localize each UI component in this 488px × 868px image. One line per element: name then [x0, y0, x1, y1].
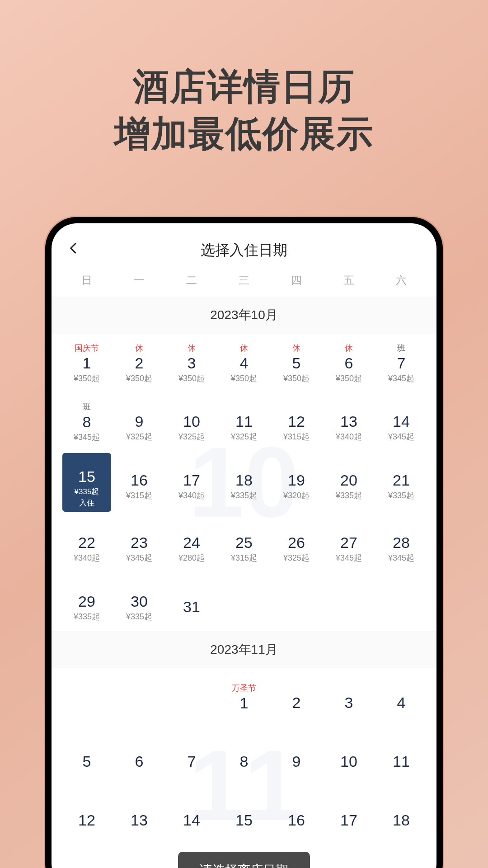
day-price: ¥335起 — [336, 490, 362, 501]
day-cell[interactable]: 31 — [165, 572, 218, 631]
day-cell[interactable]: 班7¥345起 — [375, 334, 427, 392]
day-price: ¥345起 — [126, 552, 152, 563]
day-tag: 班 — [83, 401, 91, 412]
back-button[interactable] — [67, 241, 80, 255]
weekday-row: 日一二三四五六 — [52, 269, 436, 297]
day-cell[interactable]: 17¥340起 — [165, 451, 218, 510]
day-number: 25 — [235, 534, 253, 552]
day-cell[interactable]: 12 — [61, 786, 113, 844]
day-number: 10 — [183, 413, 200, 430]
weekday-label: 五 — [323, 273, 375, 288]
day-number: 6 — [135, 753, 144, 770]
day-number: 11 — [393, 753, 410, 770]
day-cell[interactable]: 18¥335起 — [218, 451, 270, 510]
weekday-label: 三 — [218, 273, 270, 288]
day-cell[interactable]: 11¥325起 — [218, 392, 270, 451]
day-cell[interactable]: 25 — [375, 844, 427, 868]
day-cell[interactable]: 19¥320起 — [270, 451, 323, 510]
day-number: 23 — [131, 534, 148, 552]
day-number: 27 — [340, 534, 357, 552]
day-cell[interactable]: 4 — [375, 668, 427, 727]
day-cell[interactable]: 万圣节1 — [218, 668, 270, 727]
day-cell[interactable]: 14¥345起 — [375, 392, 427, 451]
day-price: ¥350起 — [336, 373, 362, 384]
day-cell[interactable]: 22 — [218, 844, 270, 868]
day-cell[interactable]: 班8¥345起 — [61, 392, 113, 451]
day-number: 1 — [240, 694, 249, 712]
day-number: 14 — [183, 811, 200, 829]
day-number: 1 — [83, 354, 91, 372]
day-price: ¥325起 — [126, 431, 152, 442]
day-cell[interactable]: 20 — [113, 844, 165, 868]
day-cell[interactable]: 7 — [165, 727, 218, 786]
day-number: 17 — [340, 811, 357, 829]
day-cell[interactable]: 11 — [375, 727, 427, 786]
day-price: ¥320起 — [283, 490, 310, 501]
day-cell[interactable]: 26¥325起 — [270, 514, 323, 572]
day-cell[interactable]: 13 — [113, 786, 165, 844]
day-cell[interactable]: 9¥325起 — [113, 392, 165, 451]
day-cell[interactable]: 9 — [270, 727, 323, 786]
day-cell[interactable]: 21 — [165, 844, 218, 868]
topbar: 选择入住日期 — [52, 223, 436, 269]
day-cell[interactable]: 休2¥350起 — [113, 334, 165, 392]
day-cell[interactable]: 15 — [218, 786, 270, 844]
day-cell[interactable]: 5 — [61, 727, 113, 786]
day-price: ¥350起 — [74, 373, 100, 384]
day-number: 26 — [288, 534, 305, 552]
day-price: ¥315起 — [283, 431, 310, 442]
calendar-grid-nov: 11 万圣节1234567891011121314151617181920212… — [52, 668, 436, 868]
day-cell[interactable]: 19 — [61, 844, 113, 868]
day-cell[interactable]: 22¥340起 — [61, 514, 113, 572]
day-number: 17 — [183, 472, 200, 489]
day-cell[interactable]: 14 — [165, 786, 218, 844]
day-price: ¥325起 — [178, 431, 205, 442]
day-cell[interactable]: 30¥335起 — [113, 572, 165, 631]
day-cell[interactable]: 17 — [323, 786, 375, 844]
day-cell[interactable]: 12¥315起 — [270, 392, 323, 451]
day-cell[interactable]: 6 — [113, 727, 165, 786]
day-cell[interactable]: 休3¥350起 — [165, 334, 218, 392]
day-cell[interactable]: 20¥335起 — [323, 451, 375, 510]
day-cell[interactable]: 28¥345起 — [375, 514, 427, 572]
day-cell[interactable]: 15¥335起入住 — [62, 453, 111, 512]
day-cell[interactable]: 24¥280起 — [165, 514, 218, 572]
day-number: 8 — [240, 753, 249, 770]
day-number: 15 — [78, 468, 95, 486]
day-cell[interactable]: 国庆节1¥350起 — [61, 334, 113, 392]
day-number: 8 — [83, 413, 91, 431]
day-cell[interactable]: 23¥345起 — [113, 514, 165, 572]
day-cell[interactable]: 13¥340起 — [323, 392, 375, 451]
phone-screen: 选择入住日期 日一二三四五六 2023年10月 10 国庆节1¥350起休2¥3… — [52, 223, 436, 868]
day-number: 13 — [340, 413, 357, 430]
day-number: 31 — [183, 598, 200, 616]
day-cell[interactable]: 27¥345起 — [323, 514, 375, 572]
day-price: ¥335起 — [388, 490, 414, 501]
day-cell[interactable]: 10¥325起 — [165, 392, 218, 451]
weekday-label: 二 — [165, 273, 218, 288]
day-cell[interactable]: 16 — [270, 786, 323, 844]
day-cell[interactable]: 8 — [218, 727, 270, 786]
day-number: 9 — [135, 413, 144, 430]
day-cell[interactable]: 2 — [270, 668, 323, 727]
day-cell[interactable]: 18 — [375, 786, 427, 844]
hero-line-2: 增加最低价展示 — [0, 110, 488, 157]
day-cell[interactable]: 3 — [323, 668, 375, 727]
day-price: ¥340起 — [178, 490, 205, 501]
day-cell[interactable]: 21¥335起 — [375, 451, 427, 510]
day-cell[interactable]: 24 — [323, 844, 375, 868]
day-tag: 休 — [292, 343, 300, 354]
day-cell[interactable]: 29¥335起 — [61, 572, 113, 631]
day-cell[interactable]: 休5¥350起 — [270, 334, 323, 392]
day-cell[interactable]: 10 — [323, 727, 375, 786]
day-price: ¥340起 — [74, 552, 100, 563]
day-cell[interactable]: 休4¥350起 — [218, 334, 270, 392]
day-price: ¥325起 — [283, 552, 310, 563]
day-cell[interactable]: 16¥315起 — [113, 451, 165, 510]
day-cell[interactable]: 23 — [270, 844, 323, 868]
day-cell[interactable]: 休6¥350起 — [323, 334, 375, 392]
day-price: ¥315起 — [126, 490, 152, 501]
day-number: 18 — [235, 472, 253, 489]
empty-cell — [165, 668, 218, 727]
day-cell[interactable]: 25¥315起 — [218, 514, 270, 572]
